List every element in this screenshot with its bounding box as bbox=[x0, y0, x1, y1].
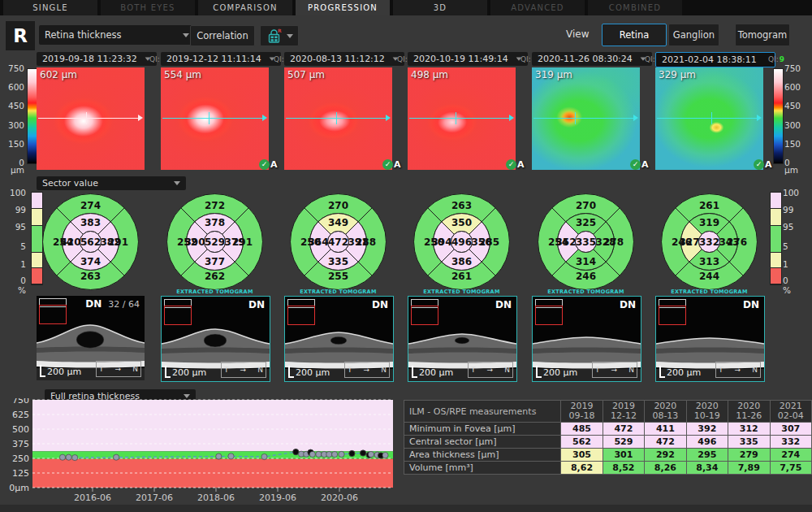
check-icon: ✓ bbox=[259, 159, 270, 170]
fovea-thickness-value: 507 µm bbox=[287, 69, 325, 80]
trend-point-loaded[interactable] bbox=[293, 449, 299, 455]
sector-value-dropdown[interactable]: Sector value bbox=[37, 176, 186, 190]
thickness-map[interactable]: 507 µm bbox=[284, 67, 392, 170]
scan-line-arrowhead bbox=[757, 115, 762, 121]
thickness-map[interactable]: 498 µm bbox=[408, 67, 516, 170]
scale-bar: 200 µm bbox=[659, 366, 701, 378]
scan-line-arrowhead bbox=[262, 115, 267, 121]
trend-ytick: 500 bbox=[12, 424, 29, 435]
fovea-thickness-value: 554 µm bbox=[164, 69, 201, 80]
app-window: SINGLEBOTH EYESCOMPARISONPROGRESSION3DAD… bbox=[0, 0, 812, 512]
trend-point-past[interactable] bbox=[309, 451, 315, 457]
exam-date-dropdown[interactable]: 2020-11-26 08:30:24 bbox=[532, 52, 652, 66]
tab-comparison[interactable]: COMPARISON bbox=[198, 0, 292, 15]
scan-crosshair bbox=[86, 112, 87, 124]
trend-point-past[interactable] bbox=[339, 451, 344, 457]
tomogram-bscan[interactable]: DN200 µmT→N bbox=[408, 296, 517, 382]
etdrs-sector-grid[interactable]: 272252291262378390529379377 bbox=[166, 193, 264, 291]
tomogram-header: DN32 / 64 bbox=[85, 298, 140, 310]
view-button-retina[interactable]: Retina bbox=[602, 24, 667, 46]
qi-label: QI: bbox=[645, 55, 655, 63]
table-row: Central sector [µm]562529472496335332 bbox=[404, 436, 812, 449]
etdrs-sector-grid[interactable]: 270250288255349364472391335 bbox=[289, 193, 387, 291]
tab-both-eyes[interactable]: BOTH EYES bbox=[101, 0, 195, 15]
tab-advanced[interactable]: ADVANCED bbox=[490, 0, 585, 15]
trend-point-past[interactable] bbox=[66, 454, 71, 460]
orientation-indicator: T→N bbox=[715, 362, 761, 378]
trend-point-past[interactable] bbox=[261, 453, 267, 459]
percentile-tick: 5 bbox=[2, 241, 26, 251]
trend-point-past[interactable] bbox=[382, 453, 388, 458]
orientation-indicator: T→N bbox=[221, 362, 266, 378]
trend-point-past[interactable] bbox=[59, 454, 65, 460]
trend-point-past[interactable] bbox=[368, 452, 374, 458]
arrow-right-icon: → bbox=[364, 366, 370, 374]
fovea-thickness-value: 329 µm bbox=[659, 69, 696, 80]
view-button-ganglion[interactable]: Ganglion bbox=[668, 24, 719, 46]
trend-point-past[interactable] bbox=[332, 452, 338, 458]
thickness-map[interactable]: 329 µm bbox=[655, 67, 763, 170]
tab-single[interactable]: SINGLE bbox=[3, 0, 97, 15]
quality-index: QI:9 bbox=[768, 55, 784, 63]
tomogram-bscan[interactable]: DN200 µmT→N bbox=[532, 296, 641, 382]
thickness-trend-chart[interactable]: 7506255003752501250µm2016-062017-062018-… bbox=[0, 398, 398, 512]
trend-point-loaded[interactable] bbox=[361, 450, 366, 456]
fovea-thickness-value: 498 µm bbox=[411, 69, 448, 80]
table-column-header: 202008-13 bbox=[645, 401, 686, 423]
trend-xtick: 2018-06 bbox=[197, 492, 235, 503]
tomogram-header: DN bbox=[743, 299, 759, 310]
etdrs-sector-grid[interactable]: 263250285261350394496356386 bbox=[412, 193, 511, 291]
thickness-map[interactable]: 554 µm bbox=[161, 67, 269, 170]
view-button-tomogram[interactable]: Tomogram bbox=[735, 24, 790, 46]
tomogram-bscan[interactable]: DN200 µmT→N bbox=[655, 296, 765, 382]
trend-point-past[interactable] bbox=[216, 453, 222, 459]
thickness-unit: µm bbox=[2, 165, 24, 175]
locked-grid-tool-button[interactable]: R bbox=[260, 25, 299, 46]
trend-point-loaded[interactable] bbox=[349, 450, 355, 456]
scan-type-label: DN bbox=[85, 298, 102, 310]
sector-value: 356 bbox=[471, 236, 491, 248]
exam-date-dropdown[interactable]: 2019-09-18 11:23:32 bbox=[37, 52, 157, 66]
auto-letter: A bbox=[394, 159, 401, 170]
chevron-down-icon bbox=[287, 34, 293, 38]
exam-date-dropdown[interactable]: 2019-12-12 11:11:14 bbox=[161, 52, 281, 66]
trend-point-past[interactable] bbox=[228, 453, 234, 459]
thickness-map[interactable]: 602 µm bbox=[37, 67, 145, 170]
exam-date-dropdown[interactable]: 2020-08-13 11:12:12 bbox=[284, 52, 404, 66]
correlation-button[interactable]: Correlation bbox=[190, 25, 255, 46]
scale-bar: 200 µm bbox=[536, 366, 577, 378]
trend-ytick: 375 bbox=[12, 439, 29, 449]
auto-letter: A bbox=[765, 159, 772, 170]
trend-point-past[interactable] bbox=[72, 455, 78, 461]
trend-point-past[interactable] bbox=[316, 451, 322, 457]
tomogram-bscan[interactable]: DN32 / 64200 µmT→N bbox=[37, 296, 145, 380]
trend-point-past[interactable] bbox=[326, 452, 332, 458]
arrow-right-icon: → bbox=[240, 366, 247, 374]
etdrs-sector-grid[interactable]: 261246276244319327332343313 bbox=[660, 193, 758, 291]
table-cell: 332 bbox=[770, 436, 811, 449]
tab-combined[interactable]: COMBINED bbox=[588, 0, 682, 15]
scan-line bbox=[533, 118, 634, 119]
tab-progression[interactable]: PROGRESSION bbox=[296, 0, 390, 15]
tomogram-bscan[interactable]: DN200 µmT→N bbox=[161, 296, 270, 382]
tomogram-bscan[interactable]: DN200 µmT→N bbox=[284, 296, 394, 382]
sector-value: 352 bbox=[555, 236, 576, 248]
auto-letter: A bbox=[270, 159, 278, 170]
tab-3d[interactable]: 3D bbox=[393, 0, 487, 15]
thickness-map[interactable]: 319 µm bbox=[532, 67, 640, 170]
percentile-tick: 0 bbox=[2, 276, 26, 285]
table-column-header: 202011-26 bbox=[728, 401, 770, 423]
table-cell: 472 bbox=[645, 436, 686, 449]
thickness-tick: 150 bbox=[2, 139, 24, 149]
trend-point-past[interactable] bbox=[114, 454, 119, 460]
sector-value: 270 bbox=[328, 200, 348, 211]
row-label: Volume [mm³] bbox=[404, 462, 561, 475]
exam-date-dropdown[interactable]: 2021-02-04 18:38:11 bbox=[655, 52, 775, 67]
etdrs-sector-grid[interactable]: 274254291263383420562382374 bbox=[41, 193, 140, 291]
layer-dropdown[interactable]: Retina thickness bbox=[39, 25, 195, 45]
exam-date-dropdown[interactable]: 2020-10-19 11:49:14 bbox=[408, 52, 528, 66]
etdrs-sector-grid[interactable]: 270254278246325352335328314 bbox=[537, 193, 635, 291]
auto-analysis-badge: ✓A bbox=[506, 159, 525, 170]
svg-text:R: R bbox=[278, 28, 282, 33]
exam-date: 2019-12-12 11:11:14 bbox=[166, 54, 261, 64]
